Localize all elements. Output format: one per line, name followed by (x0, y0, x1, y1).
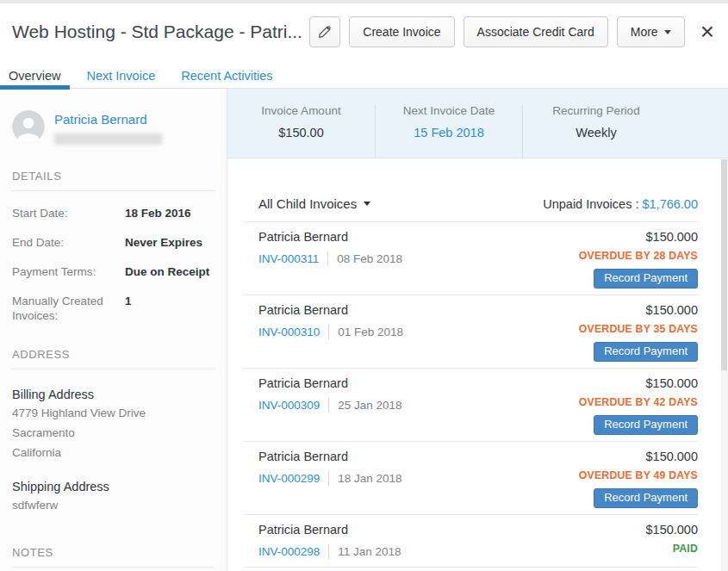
more-button-label: More (631, 25, 658, 39)
address-heading: ADDRESS (12, 348, 215, 361)
invoice-date: 25 Jan 2018 (338, 399, 401, 412)
invoice-list-section: All Child Invoices Unpaid Invoices : $1,… (227, 196, 728, 571)
details-heading: DETAILS (12, 170, 215, 183)
next-invoice-date-link[interactable]: 15 Feb 2018 (376, 126, 522, 140)
customer-name-link[interactable]: Patricia Bernard (54, 112, 162, 127)
more-button[interactable]: More (617, 16, 685, 47)
separator (328, 471, 329, 486)
invoice-customer-name: Patricia Bernard (258, 376, 402, 391)
billing-address-line: California (12, 445, 215, 461)
invoice-number-link[interactable]: INV-000298 (258, 545, 320, 558)
filter-label: All Child Invoices (258, 196, 357, 211)
invoice-list: Patricia Bernard INV-000311 08 Feb 2018 … (244, 221, 698, 571)
tab-recent-activities[interactable]: Recent Activities (181, 60, 272, 88)
header-actions: Create Invoice Associate Credit Card Mor… (309, 16, 714, 47)
invoice-date: 08 Feb 2018 (337, 252, 402, 265)
record-payment-button[interactable]: Record Payment (594, 488, 698, 508)
invoice-date: 18 Jan 2018 (338, 472, 401, 485)
invoice-status-badge: OVERDUE BY 49 DAYS (579, 469, 698, 482)
header: Web Hosting - Std Package - Patri... Cre… (0, 3, 728, 60)
shipping-address-title: Shipping Address (12, 480, 215, 493)
scrollbar-thumb[interactable] (721, 159, 727, 370)
invoice-number-link[interactable]: INV-000311 (258, 252, 319, 265)
unpaid-invoices-label: Unpaid Invoices : (543, 197, 638, 211)
create-invoice-button[interactable]: Create Invoice (349, 16, 454, 47)
scrollbar-track[interactable] (721, 159, 728, 571)
invoice-row: Patricia Bernard INV-000311 08 Feb 2018 … (244, 221, 698, 295)
invoice-amount: $150.000 (579, 450, 698, 464)
billing-address-line: Sacramento (12, 425, 215, 441)
separator (327, 251, 328, 266)
pencil-icon (318, 25, 332, 39)
invoice-row: Patricia Bernard INV-000310 01 Feb 2018 … (244, 295, 698, 368)
detail-row-end-date: End Date: Never Expires (12, 235, 215, 250)
invoice-number-link[interactable]: INV-000310 (258, 326, 320, 338)
record-payment-button[interactable]: Record Payment (594, 269, 698, 289)
detail-value: Due on Receipt (125, 264, 209, 279)
separator (328, 398, 329, 413)
separator (328, 544, 329, 559)
detail-label: Manually Created Invoices: (12, 294, 125, 323)
detail-row-payment-terms: Payment Terms: Due on Receipt (12, 264, 215, 279)
detail-row-start-date: Start Date: 18 Feb 2016 (12, 206, 215, 220)
summary-col-next-invoice-date: Next Invoice Date 15 Feb 2018 (375, 104, 522, 158)
summary-label: Next Invoice Date (376, 104, 522, 117)
detail-row-manually-created-invoices: Manually Created Invoices: 1 (12, 294, 215, 323)
person-icon (12, 131, 45, 143)
detail-value: Never Expires (125, 235, 202, 250)
notes-heading: NOTES (12, 546, 215, 559)
tab-next-invoice[interactable]: Next Invoice (86, 60, 155, 88)
invoice-customer-name: Patricia Bernard (258, 230, 402, 245)
record-payment-button[interactable]: Record Payment (594, 342, 698, 362)
invoice-amount: $150.000 (579, 376, 698, 391)
chevron-down-icon (364, 202, 370, 206)
detail-value: 1 (125, 294, 132, 323)
close-button[interactable]: × (700, 20, 714, 44)
invoice-customer-name: Patricia Bernard (258, 523, 401, 537)
child-invoices-filter-dropdown[interactable]: All Child Invoices (258, 196, 370, 211)
avatar (12, 110, 45, 143)
invoice-row-partial: Patricia Bernard $150.000 (244, 567, 698, 571)
unpaid-invoices: Unpaid Invoices : $1,766.00 (543, 197, 698, 211)
invoice-number-link[interactable]: INV-000309 (258, 399, 320, 412)
invoice-date: 11 Jan 2018 (338, 545, 401, 558)
recurring-period-value: Weekly (523, 126, 669, 140)
associate-credit-card-button[interactable]: Associate Credit Card (464, 16, 608, 47)
invoice-status-badge: OVERDUE BY 42 DAYS (579, 396, 698, 409)
billing-address-title: Billing Address (12, 388, 215, 401)
detail-label: Start Date: (12, 206, 125, 220)
divider (12, 567, 215, 568)
invoice-row: Patricia Bernard INV-000309 25 Jan 2018 … (244, 368, 698, 441)
close-icon: × (700, 18, 714, 45)
unpaid-invoices-amount-link[interactable]: $1,766.00 (642, 197, 698, 211)
invoice-amount: $150.000 (579, 303, 698, 318)
page-title: Web Hosting - Std Package - Patri... (12, 22, 302, 42)
customer-info: Patricia Bernard (54, 110, 162, 145)
tab-overview[interactable]: Overview (9, 60, 60, 88)
invoice-amount: $150.000 (646, 523, 698, 537)
invoice-row: Patricia Bernard INV-000298 11 Jan 2018 … (244, 514, 698, 567)
invoice-status-badge: PAID (646, 543, 698, 555)
invoice-number-link[interactable]: INV-000299 (258, 472, 320, 485)
record-payment-button[interactable]: Record Payment (594, 415, 698, 435)
main: Patricia Bernard DETAILS Start Date: 18 … (0, 89, 728, 571)
invoice-status-badge: OVERDUE BY 35 DAYS (579, 323, 698, 336)
invoice-amount: $150.000 (579, 230, 698, 245)
invoice-customer-name: Patricia Bernard (258, 303, 403, 318)
invoice-amount-value: $150.00 (227, 126, 375, 140)
divider (12, 369, 215, 369)
summary-col-invoice-amount: Invoice Amount $150.00 (227, 104, 375, 158)
detail-label: Payment Terms: (12, 264, 125, 279)
right-panel: Invoice Amount $150.00 Next Invoice Date… (227, 89, 728, 571)
invoice-date: 01 Feb 2018 (338, 326, 403, 338)
recurring-invoice-detail-page: Web Hosting - Std Package - Patri... Cre… (0, 0, 728, 571)
summary-bar: Invoice Amount $150.00 Next Invoice Date… (227, 89, 728, 158)
redacted-contact-info (54, 133, 162, 145)
list-toolbar: All Child Invoices Unpaid Invoices : $1,… (258, 196, 698, 211)
edit-button[interactable] (309, 16, 340, 47)
sidebar: Patricia Bernard DETAILS Start Date: 18 … (0, 89, 227, 571)
invoice-status-badge: OVERDUE BY 28 DAYS (579, 250, 698, 263)
separator (328, 325, 329, 339)
invoice-row: Patricia Bernard INV-000299 18 Jan 2018 … (244, 441, 698, 514)
billing-address-line: 4779 Highland View Drive (12, 406, 215, 421)
